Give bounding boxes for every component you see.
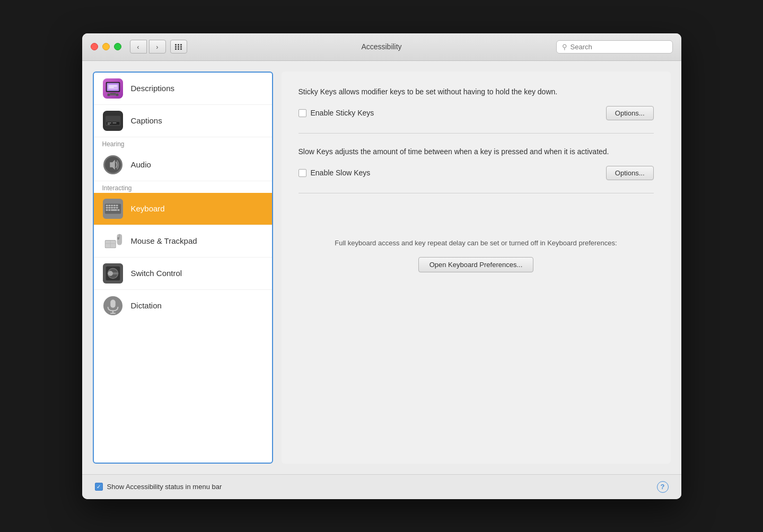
dictation-icon <box>102 295 124 316</box>
svg-rect-47 <box>110 299 116 307</box>
slow-keys-checkbox[interactable] <box>299 169 306 177</box>
open-keyboard-prefs-button[interactable]: Open Keyboard Preferences... <box>418 257 534 272</box>
slow-keys-options-button[interactable]: Options... <box>606 166 654 180</box>
svg-rect-34 <box>117 209 119 210</box>
content: Descriptions Captions <box>82 61 681 474</box>
svg-rect-25 <box>116 205 118 206</box>
sidebar-item-switch-control[interactable]: Switch Control <box>94 258 272 290</box>
svg-rect-40 <box>117 237 119 240</box>
grid-icon <box>175 44 182 50</box>
switch-control-label: Switch Control <box>131 269 182 278</box>
svg-rect-9 <box>109 87 114 88</box>
sidebar-item-captions[interactable]: Captions <box>94 105 272 137</box>
audio-label: Audio <box>131 160 151 169</box>
show-accessibility-checkbox[interactable]: ✓ <box>95 483 103 491</box>
svg-rect-28 <box>111 207 113 208</box>
audio-icon <box>102 154 124 175</box>
show-accessibility-label: Show Accessibility status in menu bar <box>107 483 222 491</box>
descriptions-label: Descriptions <box>131 84 175 93</box>
titlebar: ‹ › Accessibility ⚲ <box>82 33 681 61</box>
descriptions-icon <box>102 78 124 99</box>
sticky-keys-description: Sticky Keys allows modifier keys to be s… <box>299 86 654 97</box>
sticky-keys-checkbox[interactable] <box>299 109 306 117</box>
svg-rect-24 <box>113 205 115 206</box>
svg-rect-32 <box>108 209 110 210</box>
svg-rect-29 <box>113 207 115 208</box>
footer-left: ✓ Show Accessibility status in menu bar <box>95 483 222 491</box>
svg-rect-21 <box>106 205 108 206</box>
svg-rect-33 <box>111 209 117 210</box>
svg-rect-8 <box>109 85 117 86</box>
slow-keys-checkbox-row: Enable Slow Keys <box>299 169 371 177</box>
sidebar-item-dictation[interactable]: Dictation <box>94 290 272 322</box>
maximize-button[interactable] <box>114 43 121 50</box>
footer: ✓ Show Accessibility status in menu bar … <box>82 474 681 499</box>
window: ‹ › Accessibility ⚲ <box>82 33 681 499</box>
svg-point-45 <box>108 271 113 276</box>
keyboard-prefs-description: Full keyboard access and key repeat dela… <box>299 238 654 249</box>
keyboard-prefs-section: Full keyboard access and key repeat dela… <box>299 227 654 273</box>
search-box[interactable]: ⚲ <box>556 40 673 54</box>
slow-keys-section: Slow Keys adjusts the amount of time bet… <box>299 146 654 193</box>
svg-rect-26 <box>106 207 108 208</box>
forward-button[interactable]: › <box>149 40 166 54</box>
captions-icon <box>102 110 124 131</box>
mouse-trackpad-icon <box>102 230 124 252</box>
captions-label: Captions <box>131 116 162 125</box>
main-content: Sticky Keys allows modifier keys to be s… <box>282 72 671 464</box>
slow-keys-checkbox-label: Enable Slow Keys <box>311 169 371 177</box>
svg-rect-5 <box>107 93 110 96</box>
svg-rect-30 <box>116 207 118 208</box>
sticky-keys-checkbox-label: Enable Sticky Keys <box>311 109 374 117</box>
sidebar: Descriptions Captions <box>93 72 273 464</box>
mouse-trackpad-label: Mouse & Trackpad <box>131 236 197 245</box>
help-button[interactable]: ? <box>657 481 669 493</box>
svg-rect-22 <box>108 205 110 206</box>
svg-rect-3 <box>110 93 116 94</box>
sticky-keys-control: Enable Sticky Keys Options... <box>299 106 654 120</box>
svg-rect-13 <box>107 122 111 123</box>
interacting-section-header: Interacting <box>94 181 272 193</box>
keyboard-icon <box>102 198 124 219</box>
sidebar-item-keyboard[interactable]: Keyboard <box>94 193 272 225</box>
traffic-lights <box>91 43 121 50</box>
sidebar-item-audio[interactable]: Audio <box>94 149 272 181</box>
nav-buttons: ‹ › <box>130 40 166 54</box>
slow-keys-control: Enable Slow Keys Options... <box>299 166 654 180</box>
hearing-section-header: Hearing <box>94 137 272 149</box>
dictation-label: Dictation <box>131 301 162 310</box>
svg-rect-31 <box>106 209 108 210</box>
svg-rect-14 <box>112 122 117 123</box>
sticky-keys-options-button[interactable]: Options... <box>606 106 654 120</box>
keyboard-label: Keyboard <box>131 204 165 213</box>
svg-rect-15 <box>107 123 110 124</box>
search-input[interactable] <box>571 43 667 51</box>
sidebar-item-mouse-trackpad[interactable]: Mouse & Trackpad <box>94 225 272 258</box>
grid-view-button[interactable] <box>170 40 187 54</box>
sticky-keys-section: Sticky Keys allows modifier keys to be s… <box>299 86 654 134</box>
search-icon: ⚲ <box>562 43 567 51</box>
sidebar-item-descriptions[interactable]: Descriptions <box>94 73 272 105</box>
minimize-button[interactable] <box>102 43 110 50</box>
svg-rect-23 <box>111 205 113 206</box>
svg-rect-27 <box>108 207 110 208</box>
back-button[interactable]: ‹ <box>130 40 147 54</box>
sticky-keys-checkbox-row: Enable Sticky Keys <box>299 109 374 117</box>
slow-keys-description: Slow Keys adjusts the amount of time bet… <box>299 146 654 157</box>
switch-control-icon <box>102 263 124 284</box>
svg-rect-6 <box>116 93 118 96</box>
svg-rect-7 <box>108 84 118 90</box>
window-title: Accessibility <box>361 42 401 51</box>
close-button[interactable] <box>91 43 98 50</box>
